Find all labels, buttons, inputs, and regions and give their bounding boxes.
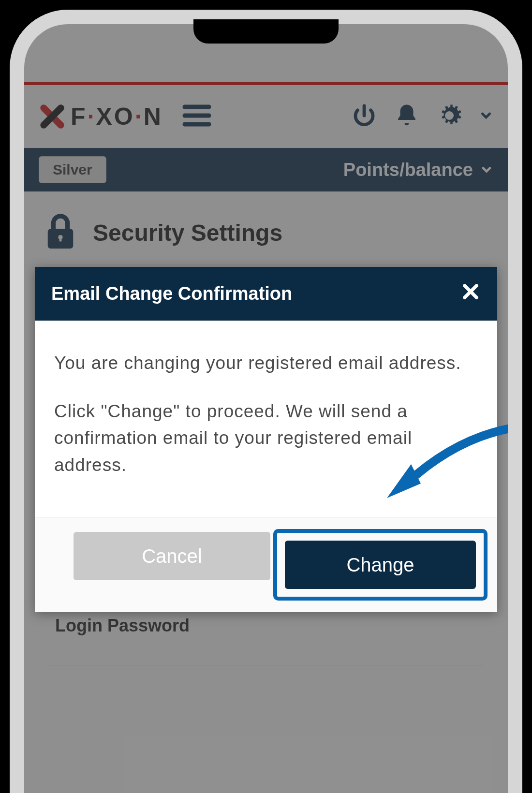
lock-icon: [44, 211, 77, 254]
points-balance-toggle[interactable]: Points/balance: [343, 160, 493, 180]
logo-text: F·XO·N: [71, 103, 163, 131]
top-icons: [351, 103, 493, 131]
modal-footer: Cancel Change: [35, 517, 497, 612]
modal-body-line1: You are changing your registered email a…: [54, 350, 478, 377]
page-title: Security Settings: [93, 220, 282, 246]
phone-notch: [193, 19, 339, 44]
bell-icon[interactable]: [394, 103, 420, 131]
close-icon[interactable]: [460, 281, 481, 306]
logo-x-icon: [39, 103, 66, 130]
chevron-down-icon: [480, 163, 493, 176]
change-button-highlight: Change: [273, 529, 488, 601]
screen: F·XO·N: [24, 24, 508, 793]
chevron-down-icon[interactable]: [479, 108, 493, 125]
points-label: Points/balance: [343, 160, 473, 180]
modal-title: Email Change Confirmation: [51, 283, 292, 304]
brand-logo: F·XO·N: [39, 103, 163, 131]
topbar: F·XO·N: [24, 85, 508, 148]
status-strip: Silver Points/balance: [24, 148, 508, 191]
modal-body-line2: Click "Change" to proceed. We will send …: [54, 398, 478, 479]
email-change-modal: Email Change Confirmation You are changi…: [35, 267, 497, 612]
change-button[interactable]: Change: [285, 541, 476, 589]
power-icon[interactable]: [351, 103, 377, 131]
phone-frame: F·XO·N: [10, 10, 522, 793]
page-title-row: Security Settings: [24, 191, 508, 264]
svg-rect-5: [59, 237, 62, 242]
menu-icon[interactable]: [182, 103, 211, 130]
modal-body: You are changing your registered email a…: [35, 321, 497, 517]
tier-badge[interactable]: Silver: [39, 156, 106, 183]
modal-header: Email Change Confirmation: [35, 267, 497, 321]
gear-icon[interactable]: [436, 103, 462, 131]
cancel-button[interactable]: Cancel: [74, 532, 270, 580]
